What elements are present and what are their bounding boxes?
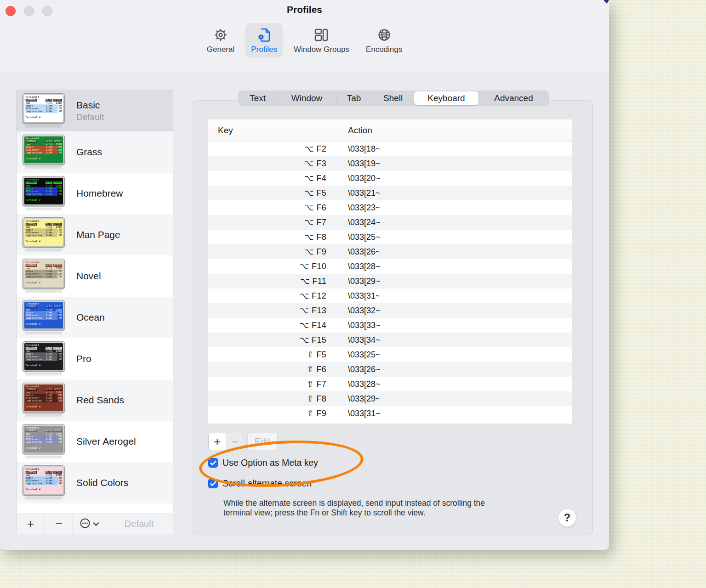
shortcut-row[interactable]: ⌥ F11\033[29~ [208, 274, 572, 288]
shortcut-row[interactable]: ⇧ F7\033[28~ [208, 377, 572, 391]
use-option-as-meta-label: Use Option as Meta key [222, 458, 318, 468]
chevron-down-icon [93, 520, 99, 528]
profile-name: Pro [76, 353, 91, 364]
shortcut-row[interactable]: ⌥ F6\033[23~ [208, 200, 572, 215]
table-body: ⌥ F2\033[18~⌥ F3\033[19~⌥ F4\033[20~⌥ F5… [208, 141, 572, 421]
profile-row-solid-colors[interactable]: Terminal#COMMAND%CPURPRVTtop4.1%231KXcod… [17, 462, 173, 503]
profile-name: Novel [76, 271, 101, 282]
checkmark-icon [210, 460, 216, 466]
shortcut-row[interactable]: ⌥ F3\033[19~ [208, 156, 572, 171]
shortcut-key: ⌥ F7 [208, 217, 326, 227]
shortcut-action: \033[20~ [348, 174, 381, 183]
shortcut-row[interactable]: ⌥ F15\033[34~ [208, 333, 572, 347]
sidebar-footer: + − Default [17, 514, 173, 534]
shortcut-key: ⌥ F10 [208, 261, 326, 271]
shortcut-key: ⇧ F5 [208, 350, 326, 360]
shortcut-row[interactable]: ⌥ F10\033[28~ [208, 259, 572, 274]
remove-profile-button[interactable]: − [45, 514, 73, 534]
tab-advanced[interactable]: Advanced [478, 90, 549, 106]
shortcut-row[interactable]: ⇧ F5\033[25~ [208, 347, 572, 362]
shortcut-row[interactable]: ⌥ F14\033[33~ [208, 318, 572, 333]
profile-thumbnail: Terminal#COMMAND%CPURPRVTtop4.1%231KXcod… [23, 217, 65, 253]
shortcut-key: ⌥ F14 [208, 320, 326, 330]
toolbar-item-profiles[interactable]: Profiles [245, 23, 283, 57]
tab-window[interactable]: Window [278, 90, 336, 106]
shortcut-action: \033[34~ [348, 335, 381, 345]
toolbar-item-label: Profiles [251, 45, 277, 54]
profile-row-man-page[interactable]: Terminal#COMMAND%CPURPRVTtop4.1%231KXcod… [17, 214, 173, 255]
edit-shortcut-button[interactable]: Edit [247, 433, 278, 450]
column-header-key[interactable]: Key [208, 125, 233, 136]
profile-row-pro[interactable]: Terminal#COMMAND%CPURPRVTtop4.1%231KXcod… [17, 338, 173, 379]
shortcut-row[interactable]: ⌥ F12\033[31~ [208, 288, 572, 303]
gear-icon [213, 27, 228, 43]
shortcut-action: \033[29~ [348, 277, 381, 286]
profile-row-basic[interactable]: Terminal#COMMAND%CPURPRVTtop4.1%231KXcod… [17, 90, 173, 131]
default-profile-button[interactable]: Default [105, 514, 173, 534]
globe-icon [376, 27, 392, 43]
scroll-alternate-screen-checkbox[interactable] [208, 479, 218, 488]
remove-shortcut-button[interactable]: − [226, 433, 244, 450]
shortcut-key: ⌥ F2 [208, 144, 326, 154]
keyboard-shortcut-table: Key Action ⌥ F2\033[18~⌥ F3\033[19~⌥ F4\… [207, 119, 573, 424]
shortcut-row[interactable]: ⇧ F9\033[31~ [208, 406, 572, 421]
scroll-alternate-screen-label: Scroll alternate screen [222, 478, 312, 489]
profile-settings-panel: TextWindowTabShellKeyboardAdvanced Key A… [192, 100, 593, 535]
shortcut-action: \033[33~ [348, 321, 381, 330]
toolbar-item-encodings[interactable]: Encodings [360, 23, 408, 57]
shortcut-action: \033[24~ [348, 218, 381, 227]
profile-row-homebrew[interactable]: Terminal#COMMAND%CPURPRVTtop4.1%231KXcod… [17, 173, 173, 214]
use-option-as-meta-checkbox[interactable] [208, 458, 218, 468]
profile-row-silver-aerogel[interactable]: Terminal#COMMAND%CPURPRVTtop4.1%231KXcod… [17, 421, 173, 462]
toolbar-item-window-groups[interactable]: Window Groups [288, 23, 355, 57]
column-header-action[interactable]: Action [348, 125, 372, 136]
table-header: Key Action [208, 119, 572, 141]
shortcut-row[interactable]: ⌥ F7\033[24~ [208, 215, 572, 230]
tab-tab[interactable]: Tab [336, 90, 372, 106]
shortcut-key: ⇧ F6 [208, 364, 326, 374]
shortcut-key: ⇧ F7 [208, 379, 326, 389]
settings-tab-bar: TextWindowTabShellKeyboardAdvanced [238, 90, 549, 106]
profile-row-novel[interactable]: Terminal#COMMAND%CPURPRVTtop4.1%231KXcod… [17, 255, 173, 297]
profile-row-ocean[interactable]: Terminal#COMMAND%CPURPRVTtop4.1%231KXcod… [17, 297, 173, 338]
profile-thumbnail: Terminal#COMMAND%CPURPRVTtop4.1%231KXcod… [23, 424, 65, 459]
shortcut-action: \033[26~ [348, 365, 381, 374]
toolbar-item-general[interactable]: General [201, 23, 240, 57]
shortcut-row[interactable]: ⇧ F8\033[29~ [208, 391, 572, 406]
shortcut-row[interactable]: ⌥ F13\033[32~ [208, 303, 572, 318]
shortcut-key: ⌥ F9 [208, 247, 326, 257]
titlebar: Profiles GeneralProfilesWindow GroupsEnc… [0, 0, 609, 71]
tab-text[interactable]: Text [238, 90, 278, 106]
profile-row-red-sands[interactable]: Terminal#COMMAND%CPURPRVTtop4.1%231KXcod… [17, 379, 173, 421]
shortcut-action: \033[26~ [348, 247, 381, 257]
tab-keyboard[interactable]: Keyboard [414, 91, 478, 105]
profile-thumbnail: Terminal#COMMAND%CPURPRVTtop4.1%231KXcod… [23, 383, 65, 418]
add-profile-button[interactable]: + [17, 514, 45, 534]
tab-shell[interactable]: Shell [372, 90, 414, 106]
add-shortcut-button[interactable]: + [208, 433, 226, 450]
profile-document-icon [256, 27, 272, 43]
preferences-toolbar: GeneralProfilesWindow GroupsEncodings [0, 23, 609, 57]
profile-name: Silver Aerogel [76, 436, 136, 447]
shortcut-key: ⌥ F4 [208, 173, 326, 183]
shortcut-action: \033[19~ [348, 159, 381, 169]
profile-row-grass[interactable]: Terminal#COMMAND%CPURPRVTtop4.1%231KXcod… [17, 131, 173, 173]
profile-thumbnail: Terminal#COMMAND%CPURPRVTtop4.1%231KXcod… [23, 176, 65, 211]
help-button[interactable]: ? [558, 509, 576, 527]
profile-actions-menu-button[interactable] [73, 514, 105, 534]
shortcut-key: ⌥ F15 [208, 335, 326, 345]
ellipsis-circle-icon [79, 517, 91, 531]
shortcut-key: ⌥ F5 [208, 188, 326, 198]
checkmark-icon [210, 481, 216, 486]
shortcut-row[interactable]: ⇧ F6\033[26~ [208, 362, 572, 377]
shortcut-row[interactable]: ⌥ F8\033[25~ [208, 230, 572, 244]
profile-thumbnail: Terminal#COMMAND%CPURPRVTtop4.1%231KXcod… [23, 465, 65, 501]
shortcut-key: ⌥ F8 [208, 232, 326, 242]
profile-name: Homebrew [76, 188, 123, 199]
shortcut-action: \033[29~ [348, 394, 381, 404]
shortcut-row[interactable]: ⌥ F4\033[20~ [208, 171, 572, 186]
shortcut-row[interactable]: ⌥ F9\033[26~ [208, 244, 572, 259]
shortcut-row[interactable]: ⌥ F2\033[18~ [208, 141, 572, 156]
shortcut-action: \033[31~ [348, 409, 381, 418]
shortcut-row[interactable]: ⌥ F5\033[21~ [208, 186, 572, 200]
